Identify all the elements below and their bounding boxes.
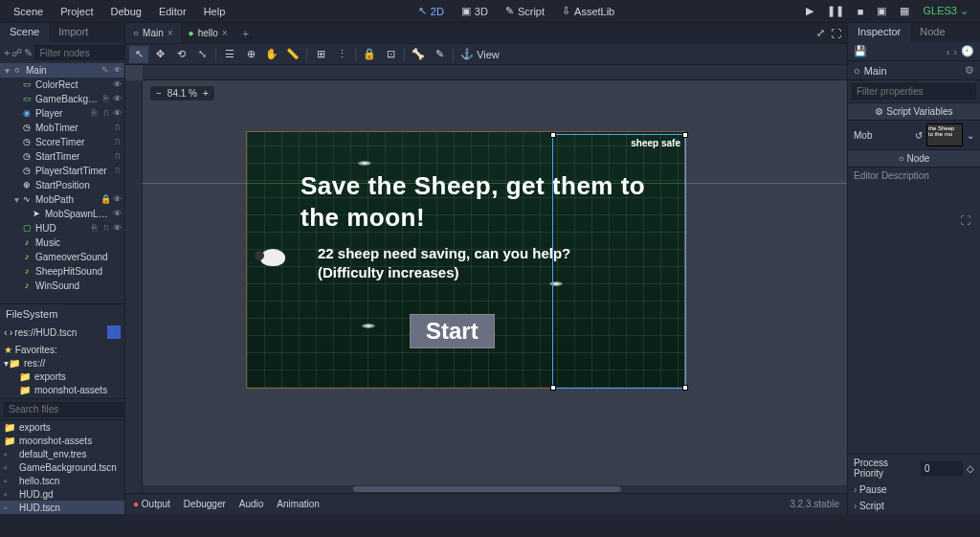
skeleton-button[interactable]: 🦴 [409, 46, 428, 63]
inspector-section-node[interactable]: ○ Node [848, 149, 980, 168]
filter-properties-input[interactable] [852, 83, 976, 100]
sig-icon[interactable]: ⎍ [100, 108, 111, 120]
search-files-input[interactable] [4, 402, 135, 417]
snap-toggle-button[interactable]: ⊞ [311, 46, 330, 63]
viewport-2d[interactable]: − 84.1 % + sheep safe Save the Sheep, ge… [125, 65, 847, 493]
new-scene-button[interactable]: + [235, 23, 256, 43]
fs-item-GameBackground.tscn[interactable]: ▫GameBackground.tscn [0, 460, 124, 474]
vis-icon[interactable]: 👁 [111, 194, 122, 206]
history-forward-button[interactable]: › [953, 46, 957, 57]
ruler-tool-button[interactable]: 📏 [283, 46, 302, 63]
instance-scene-button[interactable]: ☍ [11, 45, 22, 60]
scene-tab-main[interactable]: ○ Main × [125, 23, 181, 43]
fs-root[interactable]: ▾ 📁res:// [4, 356, 121, 369]
zoom-out-button[interactable]: − [156, 88, 162, 99]
close-tab-icon[interactable]: × [167, 28, 173, 38]
fs-forward-button[interactable]: › [10, 326, 13, 338]
zoom-in-button[interactable]: + [203, 88, 209, 99]
group-button[interactable]: ⊡ [381, 46, 400, 63]
tab-node[interactable]: Node [910, 23, 954, 42]
scene-node-sheephitsound[interactable]: ♪SheepHitSound [0, 264, 124, 279]
audio-tab[interactable]: Audio [239, 499, 264, 509]
mob-scene-thumbnail[interactable]: the Sheep to the mo [926, 123, 963, 146]
scene-node-scoretimer[interactable]: ◷ScoreTimer⎍ [0, 135, 124, 149]
horizontal-scrollbar[interactable] [143, 485, 847, 493]
scene-node-mobtimer[interactable]: ◷MobTimer⎍ [0, 121, 124, 135]
sig-icon[interactable]: ⎍ [111, 123, 122, 134]
view-menu-button[interactable]: View [479, 46, 498, 63]
sig-icon[interactable]: ⎍ [111, 137, 122, 148]
zoom-level[interactable]: 84.1 % [167, 88, 197, 99]
script-icon[interactable]: ✎ [100, 65, 111, 77]
inst-icon[interactable]: ⎘ [88, 223, 100, 235]
fold-script[interactable]: Script [848, 498, 980, 514]
vis-icon[interactable]: 👁 [111, 209, 122, 220]
lock-icon[interactable]: 🔒 [100, 194, 111, 206]
lock-button[interactable]: 🔒 [360, 46, 379, 63]
history-menu-button[interactable]: 🕘 [961, 45, 974, 57]
fs-back-button[interactable]: ‹ [4, 326, 8, 338]
fs-item-default_env.tres[interactable]: ▫default_env.tres [0, 447, 124, 460]
move-tool-button[interactable]: ✥ [150, 46, 169, 63]
play-scene-button[interactable]: ▣ [871, 2, 892, 20]
scene-node-mobpath[interactable]: ▾∿MobPath🔒👁 [0, 192, 124, 207]
fs-item-moonshot-assets[interactable]: 📁moonshot-assets [0, 434, 124, 447]
sig-icon[interactable]: ⎍ [100, 223, 111, 235]
scene-node-startposition[interactable]: ⊕StartPosition [0, 178, 124, 192]
inspector-section-script-vars[interactable]: ⚙ Script Variables [848, 102, 980, 121]
list-select-button[interactable]: ☰ [220, 46, 239, 63]
scene-node-mobspawnlocatio[interactable]: ➤MobSpawnLocatio👁 [0, 207, 124, 221]
history-back-button[interactable]: ‹ [947, 46, 950, 57]
scene-node-main[interactable]: ▾○Main✎👁 [0, 63, 124, 78]
workspace-2d[interactable]: ↖2D [411, 2, 452, 20]
animation-tab[interactable]: Animation [277, 499, 319, 509]
tab-scene[interactable]: Scene [0, 23, 49, 42]
select-tool-button[interactable]: ↖ [129, 46, 148, 63]
workspace-assetlib[interactable]: ⇩AssetLib [554, 2, 622, 20]
scene-node-music[interactable]: ♪Music [0, 235, 124, 250]
fs-file-list[interactable]: 📁exports📁moonshot-assets▫default_env.tre… [0, 419, 124, 514]
path-tool-button[interactable]: ✎ [430, 46, 449, 63]
fs-view-mode-button[interactable] [107, 325, 121, 339]
menu-debug[interactable]: Debug [102, 3, 148, 20]
prop-dropdown-button[interactable]: ⌄ [967, 130, 974, 141]
add-node-button[interactable]: + [4, 45, 10, 60]
scene-node-winsound[interactable]: ♪WinSound [0, 279, 124, 293]
vis-icon[interactable]: 👁 [111, 79, 122, 91]
scene-node-colorrect[interactable]: ▭ColorRect👁 [0, 78, 124, 92]
scene-tab-hello[interactable]: ● hello × [181, 23, 235, 43]
vis-icon[interactable]: 👁 [111, 108, 122, 120]
pan-tool-button[interactable]: ✋ [262, 46, 281, 63]
workspace-script[interactable]: ✎Script [498, 2, 552, 20]
fs-item-HUD.gd[interactable]: ▫HUD.gd [0, 487, 124, 501]
close-tab-icon[interactable]: × [222, 28, 228, 38]
fs-folder[interactable]: 📁moonshot-assets [4, 383, 121, 396]
debugger-tab[interactable]: Debugger [184, 499, 226, 509]
pause-button[interactable]: ❚❚ [821, 2, 850, 20]
expand-button[interactable]: ⛶ [831, 28, 841, 39]
menu-help[interactable]: Help [196, 3, 234, 20]
menu-project[interactable]: Project [53, 3, 100, 20]
inst-icon[interactable]: ⎘ [88, 108, 100, 120]
fs-item-exports[interactable]: 📁exports [0, 420, 124, 434]
process-priority-input[interactable] [921, 461, 963, 476]
snap-options-button[interactable]: ⋮ [332, 46, 351, 63]
vis-icon[interactable]: 👁 [111, 223, 122, 235]
output-tab[interactable]: ● Output [133, 499, 170, 509]
fs-item-HUD.tscn[interactable]: ▫HUD.tscn [0, 501, 124, 514]
vis-icon[interactable]: 👁 [111, 65, 122, 77]
scene-node-playerstarttimer[interactable]: ◷PlayerStartTimer⎍ [0, 164, 124, 178]
fold-pause[interactable]: Pause [848, 481, 980, 498]
workspace-3d[interactable]: ▣3D [454, 2, 496, 20]
scene-tree[interactable]: ▾○Main✎👁▭ColorRect👁▭GameBackgroun⎘👁◉Play… [0, 63, 124, 303]
attach-script-button[interactable]: ✎ [24, 45, 33, 60]
fs-item-hello.tscn[interactable]: ▫hello.tscn [0, 474, 124, 487]
tab-inspector[interactable]: Inspector [848, 23, 910, 42]
play-custom-scene-button[interactable]: ▦ [894, 2, 915, 20]
vis-icon[interactable]: 👁 [111, 94, 122, 105]
sig-icon[interactable]: ⎍ [111, 151, 122, 163]
stop-button[interactable]: ■ [852, 3, 870, 20]
distraction-free-button[interactable]: ⤢ [816, 27, 825, 39]
scene-node-player[interactable]: ◉Player⎘⎍👁 [0, 106, 124, 121]
play-project-button[interactable]: ▶ [800, 2, 819, 20]
